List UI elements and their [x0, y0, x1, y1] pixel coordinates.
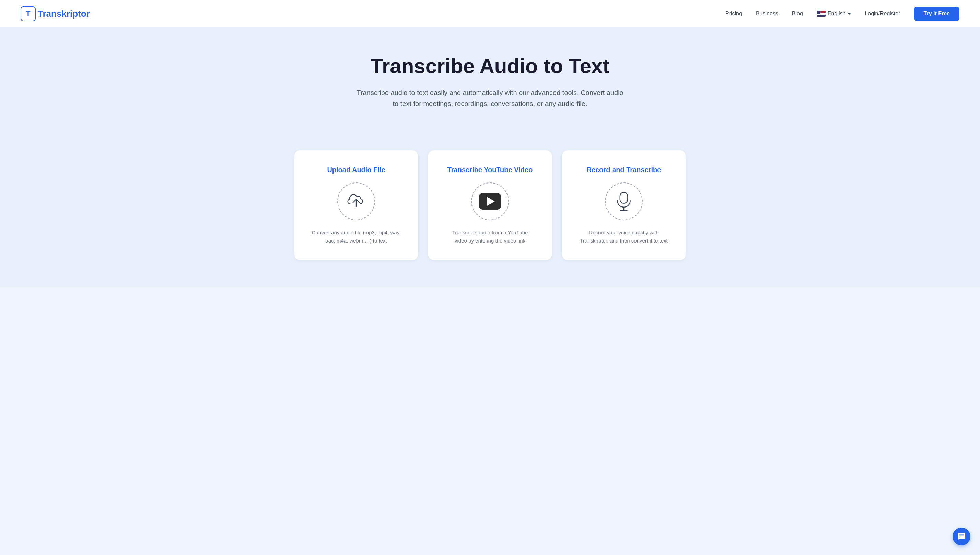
language-selector[interactable]: English: [817, 11, 851, 17]
youtube-icon-wrapper: [471, 183, 509, 220]
youtube-play-icon: [479, 193, 501, 210]
card-youtube-description: Transcribe audio from a YouTube video by…: [445, 228, 535, 245]
navbar: T Transkriptor Pricing Business Blog Eng…: [0, 0, 980, 27]
nav-blog[interactable]: Blog: [792, 11, 803, 17]
card-upload-description: Convert any audio file (mp3, mp4, wav, a…: [312, 228, 401, 245]
svg-rect-1: [620, 192, 628, 204]
cards-section: Upload Audio File Convert any audio file…: [0, 150, 980, 287]
chat-bubble-icon: [957, 532, 966, 541]
card-record-description: Record your voice directly with Transkri…: [579, 228, 668, 245]
nav-pricing[interactable]: Pricing: [725, 11, 742, 17]
card-record-transcribe[interactable]: Record and Transcribe Record your voice …: [562, 150, 686, 260]
logo-text: Transkriptor: [38, 8, 90, 19]
hero-title: Transcribe Audio to Text: [21, 55, 959, 77]
upload-icon-wrapper: [337, 183, 375, 220]
hero-subtitle: Transcribe audio to text easily and auto…: [356, 87, 624, 109]
chevron-down-icon: [848, 13, 851, 15]
language-label: English: [827, 11, 845, 17]
card-upload-title: Upload Audio File: [327, 165, 385, 174]
card-youtube-title: Transcribe YouTube Video: [447, 165, 533, 174]
logo-icon: T: [21, 6, 36, 21]
card-upload-audio[interactable]: Upload Audio File Convert any audio file…: [294, 150, 418, 260]
navbar-nav: Pricing Business Blog English Login/Regi…: [725, 6, 959, 21]
nav-business[interactable]: Business: [756, 11, 778, 17]
microphone-icon: [614, 191, 633, 212]
upload-cloud-icon: [346, 191, 366, 212]
logo-link[interactable]: T Transkriptor: [21, 6, 90, 21]
hero-section: Transcribe Audio to Text Transcribe audi…: [0, 27, 980, 150]
mic-icon-wrapper: [605, 183, 643, 220]
chat-support-button[interactable]: [953, 528, 970, 545]
card-record-title: Record and Transcribe: [587, 165, 661, 174]
login-register-link[interactable]: Login/Register: [865, 11, 900, 17]
try-it-free-button[interactable]: Try It Free: [914, 6, 959, 21]
card-transcribe-youtube[interactable]: Transcribe YouTube Video Transcribe audi…: [428, 150, 552, 260]
flag-icon: [817, 11, 826, 17]
